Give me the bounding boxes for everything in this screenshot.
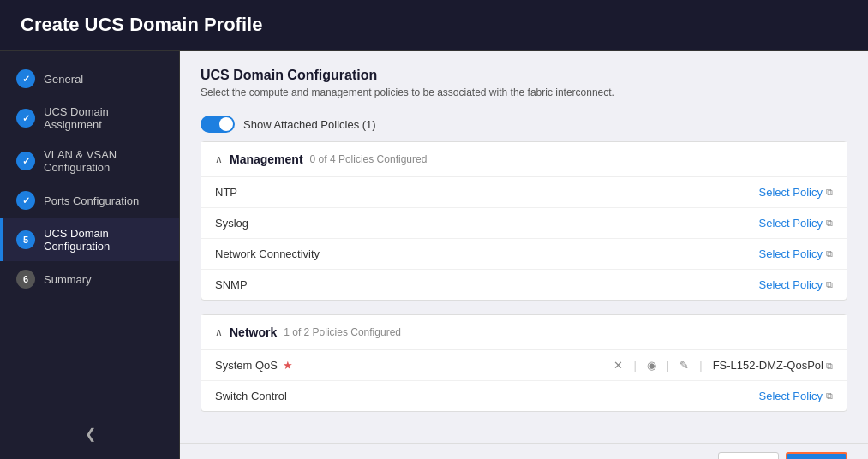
sidebar-label-vlan-vsan: VLAN & VSAN Configuration xyxy=(44,148,165,174)
policy-actions-management-1: Select Policy ⧉ xyxy=(759,217,833,230)
sidebar-item-vlan-vsan[interactable]: ✓VLAN & VSAN Configuration xyxy=(0,140,179,182)
sidebar-icon-ucs-domain-config: 5 xyxy=(16,230,35,249)
sidebar-icon-ucs-domain-assignment: ✓ xyxy=(16,109,35,128)
link-icon: ⧉ xyxy=(826,187,833,198)
sidebar-item-general[interactable]: ✓General xyxy=(0,61,179,97)
content-title: UCS Domain Configuration xyxy=(201,68,847,83)
sidebar-item-ucs-domain-assignment[interactable]: ✓UCS Domain Assignment xyxy=(0,97,179,140)
content-subtitle: Select the compute and management polici… xyxy=(201,86,847,98)
sidebar-icon-ports-config: ✓ xyxy=(16,191,35,210)
policy-row-0: System QoS ★✕|◉|✎|FS-L152-DMZ-QosPol ⧉ xyxy=(201,350,847,381)
toggle-row: Show Attached Policies (1) xyxy=(180,107,868,141)
next-button[interactable]: Next xyxy=(786,452,847,459)
policy-row-3: SNMPSelect Policy ⧉ xyxy=(201,270,847,300)
page-title: Create UCS Domain Profile xyxy=(21,14,847,36)
back-button[interactable]: Back xyxy=(718,452,779,459)
section-subtitle-network: 1 of 2 Policies Configured xyxy=(284,326,401,338)
link-icon: ⧉ xyxy=(826,218,833,229)
section-title-management: Management xyxy=(230,152,303,166)
sidebar-item-ports-config[interactable]: ✓Ports Configuration xyxy=(0,182,179,218)
sidebar-icon-summary: 6 xyxy=(16,270,35,289)
policy-name-network-1: Switch Control xyxy=(215,390,287,402)
select-policy-button-network-1[interactable]: Select Policy ⧉ xyxy=(759,390,833,402)
link-icon: ⧉ xyxy=(826,248,833,259)
sidebar-item-summary[interactable]: 6Summary xyxy=(0,261,179,297)
select-policy-button-management-2[interactable]: Select Policy ⧉ xyxy=(759,247,833,260)
sidebar-label-summary: Summary xyxy=(44,273,92,286)
footer: Close Back Next xyxy=(180,443,868,459)
section-title-network: Network xyxy=(230,325,277,339)
policy-row-1: Switch ControlSelect Policy ⧉ xyxy=(201,381,847,411)
policy-actions-management-2: Select Policy ⧉ xyxy=(759,247,833,260)
policy-actions-management-0: Select Policy ⧉ xyxy=(759,186,833,199)
sidebar: ✓General✓UCS Domain Assignment✓VLAN & VS… xyxy=(0,51,180,459)
link-icon: ⧉ xyxy=(826,279,833,290)
sidebar-collapse-btn[interactable]: ❮ xyxy=(0,419,180,449)
sidebar-item-ucs-domain-config[interactable]: 5UCS Domain Configuration xyxy=(0,218,179,261)
policy-name-network-0: System QoS ★ xyxy=(215,359,293,372)
policy-row-2: Network ConnectivitySelect Policy ⧉ xyxy=(201,239,847,270)
sidebar-label-general: General xyxy=(44,73,83,86)
section-header-network[interactable]: ∧Network1 of 2 Policies Configured xyxy=(201,315,847,350)
policy-row-0: NTPSelect Policy ⧉ xyxy=(201,177,847,208)
sidebar-label-ucs-domain-assignment: UCS Domain Assignment xyxy=(44,105,165,131)
content-area: UCS Domain Configuration Select the comp… xyxy=(180,51,868,459)
policy-actions-management-3: Select Policy ⧉ xyxy=(759,278,833,291)
section-header-management[interactable]: ∧Management0 of 4 Policies Configured xyxy=(201,142,847,177)
chevron-icon-network: ∧ xyxy=(215,326,223,338)
sidebar-label-ports-config: Ports Configuration xyxy=(44,194,139,207)
select-policy-button-management-3[interactable]: Select Policy ⧉ xyxy=(759,278,833,291)
view-icon[interactable]: ◉ xyxy=(647,359,656,372)
section-network: ∧Network1 of 2 Policies ConfiguredSystem… xyxy=(201,314,847,412)
chevron-icon-management: ∧ xyxy=(215,153,223,165)
policy-name-management-0: NTP xyxy=(215,186,237,199)
link-icon: ⧉ xyxy=(826,390,833,402)
link-icon[interactable]: ⧉ xyxy=(823,361,833,371)
policy-actions-network-0: ✕|◉|✎|FS-L152-DMZ-QosPol ⧉ xyxy=(614,359,833,372)
show-attached-toggle[interactable] xyxy=(201,116,235,133)
edit-icon[interactable]: ✎ xyxy=(679,359,689,372)
section-management: ∧Management0 of 4 Policies ConfiguredNTP… xyxy=(201,141,847,301)
policy-actions-network-1: Select Policy ⧉ xyxy=(759,390,833,402)
toggle-label: Show Attached Policies (1) xyxy=(243,118,376,131)
select-policy-button-management-1[interactable]: Select Policy ⧉ xyxy=(759,217,833,230)
policy-row-1: SyslogSelect Policy ⧉ xyxy=(201,208,847,239)
content-header: UCS Domain Configuration Select the comp… xyxy=(180,51,868,107)
policy-name-management-1: Syslog xyxy=(215,217,248,230)
page-header: Create UCS Domain Profile xyxy=(0,0,868,51)
sidebar-icon-general: ✓ xyxy=(16,69,35,88)
policy-name-management-3: SNMP xyxy=(215,278,248,291)
sidebar-label-ucs-domain-config: UCS Domain Configuration xyxy=(44,227,165,253)
section-subtitle-management: 0 of 4 Policies Configured xyxy=(310,153,428,165)
sidebar-icon-vlan-vsan: ✓ xyxy=(16,152,35,170)
chevron-left-icon: ❮ xyxy=(85,426,96,442)
close-icon[interactable]: ✕ xyxy=(614,359,623,372)
policy-value: FS-L152-DMZ-QosPol ⧉ xyxy=(713,359,833,372)
policy-name-management-2: Network Connectivity xyxy=(215,247,320,260)
required-star-icon: ★ xyxy=(279,359,293,372)
select-policy-button-management-0[interactable]: Select Policy ⧉ xyxy=(759,186,833,199)
